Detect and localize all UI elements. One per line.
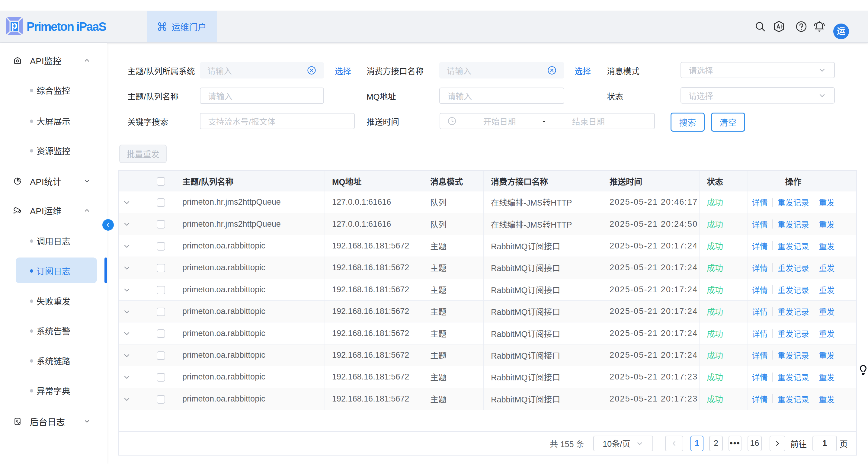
- svg-text:p: p: [11, 19, 18, 31]
